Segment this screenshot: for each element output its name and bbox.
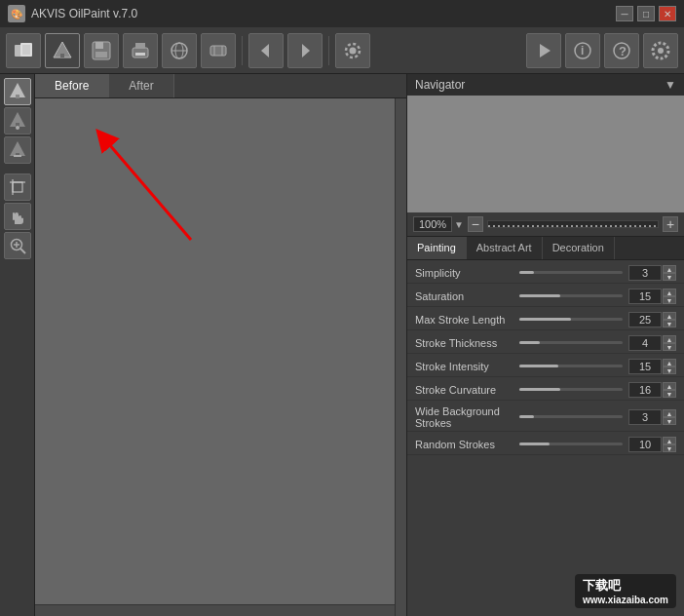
svg-text:i: i [581,44,584,58]
settings-gear-btn[interactable] [335,33,370,68]
horizontal-scrollbar[interactable] [35,604,395,616]
zoom-tool-btn[interactable] [4,232,31,259]
setting-slider-area-simplicity [519,271,624,276]
setting-value-box-stroke-thickness: ▲ ▼ [628,335,676,351]
setting-value-simplicity[interactable] [628,265,662,281]
setting-slider-stroke-thickness[interactable] [519,341,624,344]
spin-down-random-strokes[interactable]: ▼ [663,444,676,452]
spin-up-max-stroke-length[interactable]: ▲ [663,312,676,320]
svg-rect-10 [135,53,145,56]
spin-up-stroke-thickness[interactable]: ▲ [663,335,676,343]
setting-value-wide-background-strokes[interactable] [628,409,662,425]
setting-value-random-strokes[interactable] [628,437,662,452]
print-btn[interactable] [123,33,158,68]
watermark-site: 下载吧 [583,577,668,595]
spin-up-simplicity[interactable]: ▲ [663,265,676,273]
canvas-viewport[interactable] [35,98,406,616]
setting-row-stroke-intensity: Stroke Intensity ▲ ▼ [407,354,684,377]
svg-marker-18 [302,44,310,58]
tab-before[interactable]: Before [35,74,109,97]
setting-value-stroke-thickness[interactable] [628,335,662,351]
zoom-minus-btn[interactable]: − [468,216,483,232]
crop-tool-btn[interactable] [4,173,31,201]
tab-painting[interactable]: Painting [407,237,467,259]
tab-abstract-art[interactable]: Abstract Art [467,237,543,259]
navigator-title: Navigator [415,78,465,92]
spin-down-wide-background-strokes[interactable]: ▼ [663,417,676,425]
zoom-plus-btn[interactable]: + [663,216,678,232]
tab-after[interactable]: After [109,74,173,97]
setting-slider-wide-background-strokes[interactable] [519,415,624,418]
title-controls: ─ □ ✕ [616,6,676,21]
batch-btn[interactable] [162,33,197,68]
options-btn[interactable] [643,33,678,68]
app-title: AKVIS OilPaint v.7.0 [31,7,137,20]
hand-tool-btn[interactable] [4,203,31,230]
spin-down-stroke-intensity[interactable]: ▼ [663,366,676,374]
setting-value-box-max-stroke-length: ▲ ▼ [628,312,676,327]
spin-up-wide-background-strokes[interactable]: ▲ [663,409,676,417]
navigator-collapse-icon[interactable]: ▼ [665,78,676,92]
setting-spin-stroke-curvature: ▲ ▼ [663,382,676,398]
setting-value-saturation[interactable] [628,289,662,304]
paint-tool-btn[interactable] [4,78,31,105]
setting-label-random-strokes: Random Strokes [415,439,519,450]
setting-value-max-stroke-length[interactable] [628,312,662,327]
setting-row-stroke-thickness: Stroke Thickness ▲ ▼ [407,330,684,354]
eraser-btn[interactable] [201,33,236,68]
setting-label-stroke-curvature: Stroke Curvature [415,384,519,396]
navigator-section: Navigator ▼ 100% ▼ − + [407,74,684,237]
setting-spin-stroke-intensity: ▲ ▼ [663,359,676,374]
setting-slider-fill-wide-background-strokes [519,415,535,418]
play-btn[interactable] [526,33,561,68]
maximize-button[interactable]: □ [637,6,655,21]
forward-btn[interactable] [287,33,323,68]
tab-decoration[interactable]: Decoration [543,237,615,259]
setting-value-box-stroke-curvature: ▲ ▼ [628,382,676,398]
save-btn[interactable] [84,33,119,68]
setting-value-stroke-curvature[interactable] [628,382,662,398]
setting-slider-saturation[interactable] [519,294,624,297]
setting-value-box-simplicity: ▲ ▼ [628,265,676,281]
spin-down-max-stroke-length[interactable]: ▼ [663,320,676,327]
minimize-button[interactable]: ─ [616,6,633,21]
setting-value-stroke-intensity[interactable] [628,359,662,374]
open-file-btn[interactable] [6,33,41,68]
svg-text:?: ? [619,44,627,58]
spin-down-saturation[interactable]: ▼ [663,296,676,304]
spin-up-random-strokes[interactable]: ▲ [663,437,676,444]
setting-label-saturation: Saturation [415,290,519,302]
setting-row-stroke-curvature: Stroke Curvature ▲ ▼ [407,377,684,401]
spin-down-simplicity[interactable]: ▼ [663,273,676,281]
svg-rect-6 [95,42,103,49]
zoom-slider[interactable] [487,220,659,228]
close-button[interactable]: ✕ [659,6,676,21]
svg-line-41 [20,249,25,253]
setting-slider-random-strokes[interactable] [519,443,624,445]
spin-up-stroke-intensity[interactable]: ▲ [663,359,676,366]
setting-slider-simplicity[interactable] [519,271,624,274]
paint-brush-btn[interactable] [45,33,80,68]
spin-down-stroke-curvature[interactable]: ▼ [663,390,676,398]
spin-up-saturation[interactable]: ▲ [663,289,676,296]
smudge-tool-btn[interactable] [4,107,31,135]
vertical-scrollbar[interactable] [395,98,406,616]
toolbar: i ? [0,27,684,74]
setting-value-box-saturation: ▲ ▼ [628,289,676,304]
settings-tool-btn[interactable] [4,136,31,164]
setting-label-simplicity: Simplicity [415,267,519,279]
zoom-dropdown-icon[interactable]: ▼ [454,219,464,230]
setting-slider-area-stroke-curvature [519,388,624,393]
back-btn[interactable] [248,33,284,68]
setting-slider-stroke-intensity[interactable] [519,365,624,367]
setting-value-box-random-strokes: ▲ ▼ [628,437,676,452]
info-btn[interactable]: i [565,33,600,68]
spin-down-stroke-thickness[interactable]: ▼ [663,343,676,351]
setting-slider-stroke-curvature[interactable] [519,388,624,391]
setting-label-stroke-thickness: Stroke Thickness [415,337,519,349]
setting-slider-max-stroke-length[interactable] [519,318,624,321]
setting-label-wide-background-strokes: Wide Background Strokes [415,405,519,429]
help-btn[interactable]: ? [604,33,639,68]
svg-rect-29 [16,95,19,98]
spin-up-stroke-curvature[interactable]: ▲ [663,382,676,390]
